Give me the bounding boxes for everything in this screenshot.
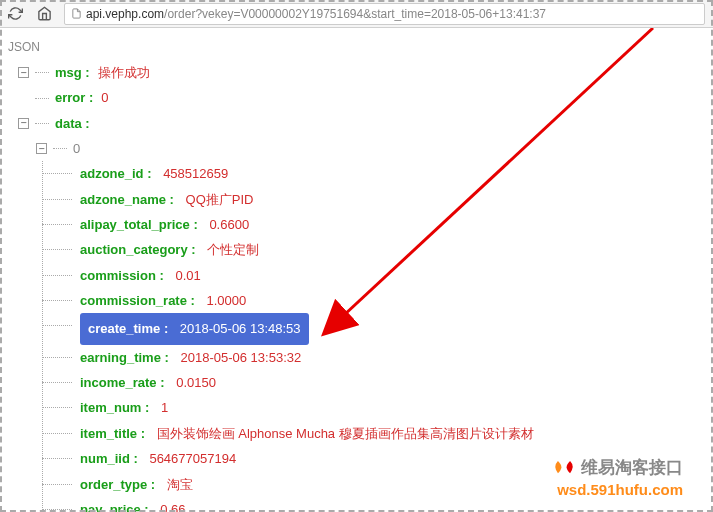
url-text: api.vephp.com/order?vekey=V00000002Y1975… (86, 7, 546, 21)
json-row-msg: − msg :操作成功 (18, 60, 705, 85)
watermark-logo-icon (551, 457, 577, 479)
json-field-adzone_name: adzone_name : QQ推广PID (76, 187, 705, 212)
nav-icons (8, 6, 52, 21)
page-icon (71, 8, 82, 19)
collapse-icon[interactable]: − (36, 143, 47, 154)
json-field-commission_rate: commission_rate : 1.0000 (76, 288, 705, 313)
json-viewer: JSON − msg :操作成功 error :0 − data : − 0 a… (0, 28, 713, 512)
collapse-icon[interactable]: − (18, 67, 29, 78)
browser-toolbar: api.vephp.com/order?vekey=V00000002Y1975… (0, 0, 713, 28)
json-field-alipay_total_price: alipay_total_price : 0.6600 (76, 212, 705, 237)
json-field-adzone_id: adzone_id : 458512659 (76, 161, 705, 186)
json-field-earning_time: earning_time : 2018-05-06 13:53:32 (76, 345, 705, 370)
url-bar[interactable]: api.vephp.com/order?vekey=V00000002Y1975… (64, 3, 705, 25)
json-row-index: − 0 (36, 136, 705, 161)
watermark-title: 维易淘客接口 (581, 456, 683, 479)
json-label: JSON (8, 40, 705, 54)
home-icon[interactable] (37, 6, 52, 21)
json-field-item_title: item_title : 国外装饰绘画 Alphonse Mucha 穆夏插画作… (76, 421, 705, 446)
collapse-icon[interactable]: − (18, 118, 29, 129)
json-field-income_rate: income_rate : 0.0150 (76, 370, 705, 395)
json-field-auction_category: auction_category : 个性定制 (76, 237, 705, 262)
json-field-create_time: create_time : 2018-05-06 13:48:53 (76, 313, 705, 344)
json-field-item_num: item_num : 1 (76, 395, 705, 420)
reload-icon[interactable] (8, 6, 23, 21)
json-field-commission: commission : 0.01 (76, 263, 705, 288)
json-row-data: − data : (18, 111, 705, 136)
watermark-url: wsd.591hufu.com (551, 481, 683, 498)
json-row-error: error :0 (18, 85, 705, 110)
json-field-pay_price: pay_price : 0.66 (76, 497, 705, 512)
watermark: 维易淘客接口 wsd.591hufu.com (551, 456, 683, 498)
